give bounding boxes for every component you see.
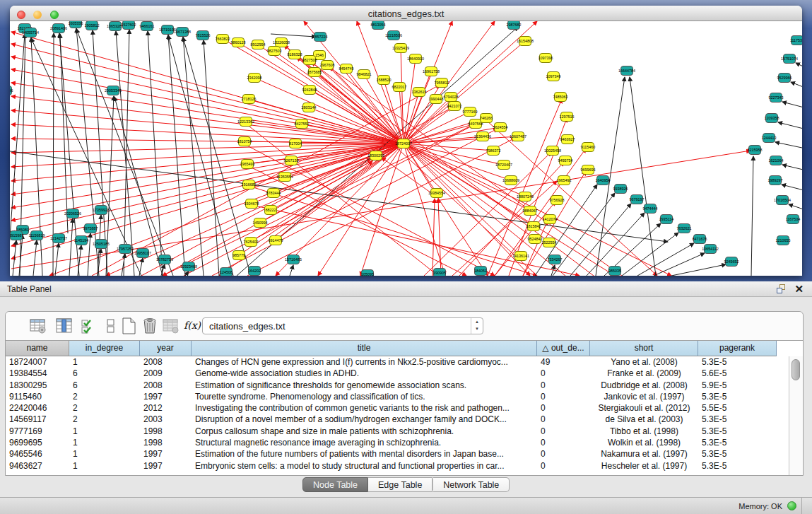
graph-node-yellow[interactable]: 9267130 — [284, 156, 299, 165]
show-column-icon[interactable] — [55, 317, 73, 335]
graph-node-teal[interactable]: 15716485 — [285, 255, 302, 264]
graph-node-teal[interactable]: 1145194 — [74, 236, 89, 245]
cell-name[interactable]: 9463627 — [6, 460, 69, 472]
cell-year[interactable]: 1998 — [140, 426, 192, 437]
cell-pagerank[interactable]: 5.9E-5 — [698, 380, 777, 391]
graph-node-teal[interactable]: 1621064 — [769, 156, 784, 165]
tab-node-table[interactable]: Node Table — [302, 477, 368, 492]
graph-node-yellow[interactable]: 13226058 — [273, 38, 290, 47]
graph-node-teal[interactable]: 1527602 — [122, 21, 136, 30]
graph-node-yellow[interactable]: 2718126 — [242, 95, 257, 104]
graph-node-teal[interactable]: 20053346 — [105, 86, 122, 95]
graph-node-yellow[interactable]: 18300295 — [367, 151, 384, 160]
graph-node-yellow[interactable]: 1297515 — [560, 112, 575, 122]
cell-pagerank[interactable]: 5.3E-5 — [698, 414, 777, 425]
cell-name[interactable]: 9699695 — [6, 437, 69, 448]
graph-node-yellow[interactable]: 88222 — [265, 206, 277, 215]
cell-year[interactable]: 2012 — [140, 402, 192, 414]
graph-node-yellow[interactable]: 16154808 — [517, 37, 534, 46]
graph-node-yellow[interactable]: 1990448 — [429, 95, 444, 104]
graph-node-yellow[interactable]: 18724007 — [395, 139, 412, 148]
graph-node-yellow[interactable]: 8427552 — [295, 119, 310, 129]
cell-out_de[interactable]: 49 — [537, 356, 590, 368]
vertical-scrollbar[interactable] — [789, 356, 803, 475]
graph-node-yellow[interactable]: 7955812 — [435, 78, 449, 88]
graph-node-yellow[interactable]: 9115460 — [581, 143, 596, 152]
cell-pagerank[interactable]: 5.3E-5 — [698, 460, 777, 472]
graph-node-yellow[interactable]: 18807249 — [517, 192, 534, 201]
cell-out_de[interactable]: 0 — [537, 380, 590, 391]
table-row[interactable]: 1938455462009Genome-wide association stu… — [6, 368, 789, 379]
function-builder-icon[interactable]: f(x) — [184, 320, 201, 331]
graph-node-yellow[interactable]: 1412074 — [543, 215, 558, 224]
network-table-selector[interactable]: citations_edges.txt ▲▼ — [202, 317, 483, 334]
cell-title[interactable]: Changes of HCN gene expression and I(f) … — [192, 356, 537, 368]
graph-node-yellow[interactable]: 9699695 — [581, 165, 596, 175]
column-header-short[interactable]: short — [590, 341, 698, 356]
cell-in_degree[interactable]: 6 — [69, 380, 140, 391]
graph-node-teal[interactable]: 11156819 — [28, 231, 45, 240]
tab-edge-table[interactable]: Edge Table — [368, 477, 433, 492]
graph-node-teal[interactable]: 2987682 — [507, 21, 522, 30]
cell-title[interactable]: Corpus callosum shape and size in male p… — [192, 426, 537, 437]
graph-node-yellow[interactable]: 2342098 — [247, 74, 262, 83]
graph-node-yellow[interactable]: 6914479 — [269, 236, 283, 245]
delete-columns-icon[interactable] — [141, 317, 159, 335]
graph-node-teal[interactable]: 164202 — [248, 267, 261, 276]
network-canvas[interactable]: 1872400713226058982750381863281546982750… — [10, 21, 802, 276]
graph-node-yellow[interactable]: 18640910 — [407, 54, 424, 64]
graph-node-teal[interactable]: 12218506 — [385, 31, 402, 40]
table-row[interactable]: 1456911722003Disruption of a novel membe… — [6, 414, 789, 425]
table-row[interactable]: 969969511998Structural magnetic resonanc… — [6, 437, 789, 448]
cell-in_degree[interactable]: 2 — [69, 402, 140, 414]
graph-node-teal[interactable]: 9975887 — [83, 224, 98, 233]
memory-ok-icon[interactable] — [787, 501, 796, 510]
graph-node-teal[interactable]: 105095 — [361, 270, 374, 276]
cell-out_de[interactable]: 0 — [537, 368, 590, 379]
graph-node-yellow[interactable]: 11353554 — [276, 173, 293, 182]
graph-node-teal[interactable]: 7334267 — [548, 255, 563, 264]
graph-node-yellow[interactable]: 2967608 — [320, 61, 335, 70]
graph-node-yellow[interactable]: 1965493 — [240, 160, 255, 169]
cell-short[interactable]: Wolkin et al. (1998) — [590, 437, 698, 448]
cell-year[interactable]: 2003 — [140, 414, 192, 425]
cell-short[interactable]: Tibbo et al. (1998) — [590, 426, 698, 437]
citation-network-graph[interactable]: 1872400713226058982750381863281546982750… — [10, 21, 802, 276]
column-header-name[interactable]: name — [6, 341, 69, 356]
cell-in_degree[interactable]: 1 — [69, 437, 140, 448]
graph-node-teal[interactable]: 1244413 — [762, 134, 777, 143]
cell-out_de[interactable]: 0 — [537, 414, 590, 425]
new-column-icon[interactable] — [119, 317, 138, 335]
graph-node-yellow[interactable]: 2875685 — [307, 68, 322, 77]
cell-out_de[interactable]: 0 — [537, 426, 590, 437]
graph-node-teal[interactable]: 7632621 — [677, 224, 692, 233]
cell-pagerank[interactable]: 5.6E-5 — [698, 368, 777, 379]
scrollbar-thumb[interactable] — [792, 359, 800, 380]
column-header-pagerank[interactable]: pagerank — [698, 341, 777, 356]
graph-node-yellow[interactable]: 2522554 — [542, 238, 557, 247]
graph-node-teal[interactable]: 9245652 — [724, 257, 739, 267]
graph-node-teal[interactable]: 20206526 — [64, 209, 81, 218]
graph-node-teal[interactable]: 16644784 — [618, 66, 635, 76]
graph-node-yellow[interactable]: 13325419 — [392, 44, 409, 53]
graph-node-teal[interactable]: 15751074 — [781, 54, 798, 64]
graph-node-yellow[interactable]: 12213362 — [237, 117, 254, 127]
table-row[interactable]: 946362711997Embryonic stem cells: a mode… — [6, 460, 789, 472]
cell-in_degree[interactable]: 2 — [69, 414, 140, 425]
cell-pagerank[interactable]: 5.3E-5 — [698, 356, 777, 368]
graph-node-yellow[interactable]: 985779 — [233, 251, 245, 260]
cell-year[interactable]: 1997 — [140, 448, 192, 460]
cell-title[interactable]: Embryonic stem cells: a model to study s… — [192, 460, 537, 472]
graph-node-yellow[interactable]: 9860128 — [231, 38, 246, 47]
graph-node-yellow[interactable]: 8783444 — [266, 189, 281, 198]
column-header-year[interactable]: year — [140, 341, 192, 356]
cell-title[interactable]: Investigating the contribution of common… — [192, 402, 537, 414]
graph-node-yellow[interactable]: 1097349 — [546, 72, 561, 81]
graph-node-yellow[interactable]: 9827503 — [267, 47, 282, 56]
graph-node-teal[interactable]: 8215958 — [748, 146, 763, 155]
graph-node-yellow[interactable]: 10688609 — [502, 176, 519, 185]
graph-node-teal[interactable]: 19958107 — [134, 249, 151, 258]
cell-in_degree[interactable]: 1 — [69, 356, 140, 368]
cell-name[interactable]: 18300295 — [6, 380, 69, 391]
table-row[interactable]: 946554611997Estimation of the future num… — [6, 448, 789, 460]
